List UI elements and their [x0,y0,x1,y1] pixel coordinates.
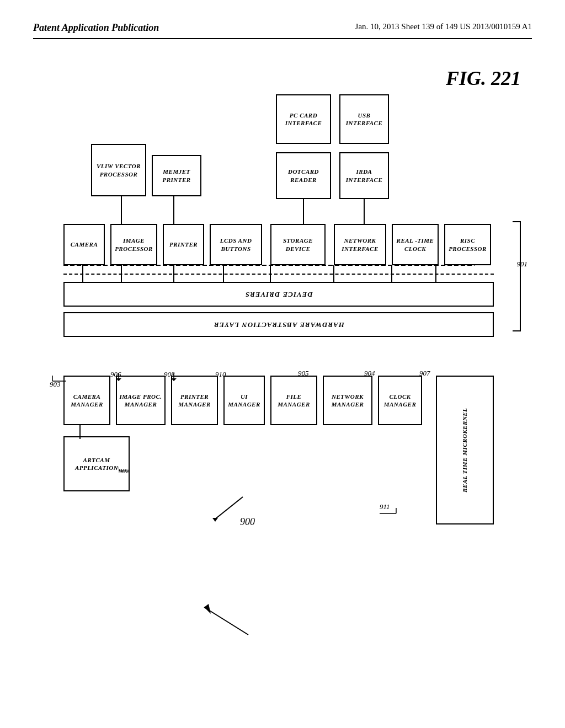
irda-label: IRDAINTERFACE [346,168,382,184]
vliw-vector-box: VLIW VECTORPROCESSOR [91,144,146,196]
memjet-printer-box: MEMJETPRINTER [152,155,201,196]
network-manager-label: NETWORKMANAGER [332,393,364,409]
real-time-clock-box: REAL -TIMECLOCK [392,224,439,265]
dashed-separator [63,274,494,275]
svg-marker-28 [212,518,218,522]
svg-line-15 [204,607,248,635]
usb-label: USBINTERFACE [346,111,382,127]
file-manager-label: FILEMANAGER [278,393,310,409]
camera-label: CAMERA [71,240,98,248]
clock-manager-box: CLOCKMANAGER [378,376,422,425]
page-header: Patent Application Publication Jan. 10, … [33,22,532,39]
page: Patent Application Publication Jan. 10, … [0,0,565,728]
svg-marker-16 [204,604,211,614]
diagram-area: FIG. 221 [33,50,532,690]
storage-device-box: STORAGEDEVICE [270,224,326,265]
irda-interface-box: IRDAINTERFACE [339,152,389,199]
ui-manager-box: UIMANAGER [223,376,265,425]
ref-905: 905 [298,369,309,378]
publication-title: Patent Application Publication [33,22,159,34]
dotcard-label: DOTCARDREADER [288,168,319,184]
device-drivers-box: DEVICE DRIVERS [63,282,494,307]
real-time-clock-label: REAL -TIMECLOCK [397,237,434,253]
printer-box: PRINTER [163,224,204,265]
arrow-900-svg [199,491,265,524]
risc-processor-label: RISCPROCESSOR [449,237,487,253]
memjet-label: MEMJETPRINTER [162,168,190,184]
real-time-microkernel-box: REAL TIME MICROKERNEL [436,376,494,524]
pc-card-box: PC CARDINTERFACE [276,94,331,144]
svg-marker-20 [116,378,121,381]
usb-interface-box: USBINTERFACE [339,94,389,144]
bracket-903-svg [50,376,72,387]
ref-910: 910 [215,370,226,379]
printer-manager-box: PRINTERMANAGER [171,376,218,425]
artcam-application-box: ARTCAMAPPLICATION [63,436,130,491]
bracket-901 [513,221,521,331]
risc-processor-box: RISCPROCESSOR [444,224,491,265]
bracket-908-svg [166,370,182,381]
vliw-label: VLIW VECTORPROCESSOR [97,162,141,178]
bracket-902-svg [119,467,135,475]
printer-manager-label: PRINTERMANAGER [178,393,211,409]
bracket-906-svg [110,370,127,381]
network-interface-label: NETWORKINTERFACE [342,237,378,253]
ref-907: 907 [419,369,430,378]
ref-904: 904 [364,369,375,378]
ui-manager-label: UIMANAGER [228,393,260,409]
publication-info: Jan. 10, 2013 Sheet 139 of 149 US 2013/0… [355,22,532,31]
svg-marker-22 [171,378,177,381]
lcds-label: LCDS ANDBUTTONS [220,237,252,253]
dotcard-reader-box: DOTCARDREADER [276,152,331,199]
image-processor-box: IMAGEPROCESSOR [110,224,157,265]
lcds-buttons-box: LCDS ANDBUTTONS [210,224,262,265]
network-interface-box: NETWORKINTERFACE [334,224,386,265]
network-manager-box: NETWORKMANAGER [323,376,372,425]
image-proc-manager-label: IMAGE PROC.MANAGER [119,393,162,409]
hardware-abstraction-box: HARDWARE ABSTRACTION LAYER [63,312,494,337]
figure-label: FIG. 221 [446,67,521,90]
camera-manager-label: CAMERAMANAGER [71,393,103,409]
svg-line-27 [215,497,243,519]
connector-lines-svg [63,425,466,442]
device-drivers-label: DEVICE DRIVERS [245,290,313,299]
artcam-label: ARTCAMAPPLICATION [75,456,118,472]
image-proc-manager-box: IMAGE PROC.MANAGER [116,376,166,425]
hardware-abstraction-label: HARDWARE ABSTRACTION LAYER [214,320,344,329]
bracket-911-svg [380,508,407,519]
pc-card-label: PC CARDINTERFACE [285,111,322,127]
storage-label: STORAGEDEVICE [283,237,313,253]
file-manager-box: FILEMANAGER [270,376,317,425]
clock-manager-label: CLOCKMANAGER [384,393,417,409]
camera-box: CAMERA [63,224,105,265]
microkernel-label: REAL TIME MICROKERNEL [461,408,468,492]
printer-label: PRINTER [169,240,198,248]
image-processor-label: IMAGEPROCESSOR [115,237,153,253]
